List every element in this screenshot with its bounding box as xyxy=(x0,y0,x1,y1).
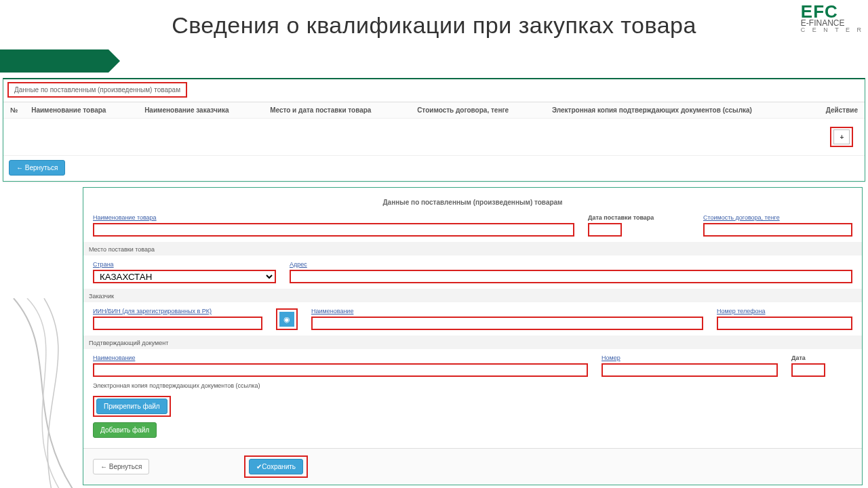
iin-input[interactable] xyxy=(93,317,262,330)
col-no: № xyxy=(3,102,24,119)
goods-form-panel: Данные по поставленным (произведенным) т… xyxy=(83,187,863,485)
doc-date-input[interactable] xyxy=(791,363,825,377)
country-label: Страна xyxy=(93,261,276,268)
ecopy-label: Электронная копия подтверждающих докумен… xyxy=(93,382,852,389)
section-title: Данные по поставленным (произведенным) т… xyxy=(7,82,187,98)
col-customer: Наименование заказчика xyxy=(138,102,263,119)
col-place-date: Место и дата поставки товара xyxy=(263,102,410,119)
form-footer: ← Вернуться ✔Сохранить xyxy=(83,448,862,485)
efc-logo: EFC E-FINANCE C E N T E R xyxy=(801,4,864,33)
arrow-decoration xyxy=(0,49,108,73)
attach-file-button[interactable]: Прикрепить файл xyxy=(96,399,167,414)
goods-data-panel: Данные по поставленным (произведенным) т… xyxy=(3,78,865,182)
lookup-button[interactable]: ◉ xyxy=(279,312,294,327)
decorative-lines xyxy=(7,298,88,488)
delivery-date-label: Дата поставки товара xyxy=(588,214,690,221)
page-title: Сведения о квалификации при закупках тов… xyxy=(0,0,868,45)
goods-name-input[interactable] xyxy=(93,223,574,237)
goods-table: № Наименование товара Наименование заказ… xyxy=(3,102,865,156)
country-select[interactable]: КАЗАХСТАН xyxy=(93,270,276,283)
table-row: + xyxy=(3,119,865,156)
back-button[interactable]: ← Вернуться xyxy=(9,160,65,176)
address-input[interactable] xyxy=(290,270,852,283)
doc-name-label: Наименование xyxy=(93,354,588,361)
col-action: Действие xyxy=(819,102,865,119)
save-button[interactable]: ✔Сохранить xyxy=(249,459,303,474)
col-goods-name: Наименование товара xyxy=(24,102,138,119)
doc-header: Подтверждающий документ xyxy=(83,336,862,349)
goods-name-label: Наименование товара xyxy=(93,214,574,221)
customer-name-input[interactable] xyxy=(311,317,703,330)
add-file-button[interactable]: Добавить файл xyxy=(93,422,157,438)
customer-name-label: Наименование xyxy=(311,308,703,314)
form-title: Данные по поставленным (произведенным) т… xyxy=(93,195,852,214)
address-label: Адрес xyxy=(290,261,852,268)
cost-label: Стоимость договора, тенге xyxy=(703,214,852,221)
delivery-date-input[interactable] xyxy=(588,223,622,237)
phone-input[interactable] xyxy=(717,317,852,330)
phone-label: Номер телефона xyxy=(717,308,852,314)
delivery-place-header: Место поставки товара xyxy=(83,242,862,256)
col-cost: Стоимость договора, тенге xyxy=(410,102,545,119)
add-row-button[interactable]: + xyxy=(833,129,850,144)
doc-number-label: Номер xyxy=(601,354,778,361)
customer-header: Заказчик xyxy=(83,289,862,302)
doc-name-input[interactable] xyxy=(93,363,588,377)
col-doc-link: Электронная копия подтверждающих докумен… xyxy=(545,102,819,119)
doc-date-label: Дата xyxy=(791,354,852,361)
cost-input[interactable] xyxy=(703,223,852,237)
doc-number-input[interactable] xyxy=(601,363,778,377)
iin-label: ИИН/БИН (для зарегистрированных в РК) xyxy=(93,308,262,314)
form-back-button[interactable]: ← Вернуться xyxy=(93,459,149,474)
